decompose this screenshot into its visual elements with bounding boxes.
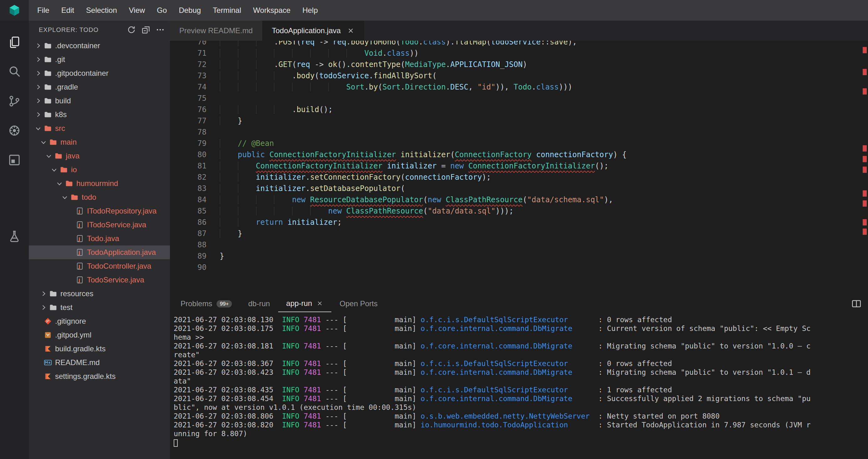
tree-item-TodoService.java[interactable]: JTodoService.java xyxy=(29,273,170,287)
svg-text:J: J xyxy=(78,264,80,269)
tree-item-todo[interactable]: todo xyxy=(29,190,170,204)
code-line[interactable]: 75 xyxy=(170,93,868,104)
close-tab-icon[interactable] xyxy=(316,300,323,307)
menu-item-edit[interactable]: Edit xyxy=(55,0,80,21)
code-line[interactable]: 84 new ResourceDatabasePopulator(new Cla… xyxy=(170,194,868,205)
tree-item-.git[interactable]: .git xyxy=(29,53,170,66)
test-icon[interactable] xyxy=(0,222,29,251)
menu-item-view[interactable]: View xyxy=(123,0,151,21)
menu-item-debug[interactable]: Debug xyxy=(173,0,207,21)
tree-item-resources[interactable]: resources xyxy=(29,287,170,300)
code-line[interactable]: 86 return initializer; xyxy=(170,217,868,228)
panel-tab-open-ports[interactable]: Open Ports xyxy=(331,295,385,312)
menu-item-file[interactable]: File xyxy=(31,0,55,21)
line-number: 87 xyxy=(170,228,207,239)
editor[interactable]: 70 .POST(req -> req.bodyToMono(Todo.clas… xyxy=(170,41,868,295)
code-line[interactable]: 80 public ConnectionFactoryInitializer i… xyxy=(170,149,868,160)
line-number: 73 xyxy=(170,70,207,81)
code-line[interactable]: 88 xyxy=(170,239,868,251)
code-line[interactable]: 71 Void.class)) xyxy=(170,48,868,59)
code-line[interactable]: 72 .GET(req -> ok().contentType(MediaTyp… xyxy=(170,59,868,70)
code-line[interactable]: 85 new ClassPathResource("data/data.sql"… xyxy=(170,205,868,217)
plugins-icon[interactable] xyxy=(0,145,29,175)
panel-tab-label: Open Ports xyxy=(340,299,377,308)
tab-todoapplication-java[interactable]: TodoApplication.java xyxy=(262,21,364,41)
tab-preview-readme-md[interactable]: Preview README.md xyxy=(170,21,262,41)
tree-item-.gradle[interactable]: .gradle xyxy=(29,80,170,94)
code-line[interactable]: 89} xyxy=(170,251,868,262)
terminal-output[interactable]: 2021-06-27 02:03:08.130 INFO 7481 --- [ … xyxy=(170,312,868,447)
tree-item-io[interactable]: io xyxy=(29,163,170,177)
error-mark xyxy=(863,145,867,151)
tree-item-test[interactable]: test xyxy=(29,300,170,314)
search-icon[interactable] xyxy=(0,57,29,86)
tree-item-java[interactable]: java xyxy=(29,149,170,163)
code-line[interactable]: 83 initializer.setDatabasePopulator( xyxy=(170,183,868,194)
tree-item-.devcontainer[interactable]: .devcontainer xyxy=(29,39,170,53)
tree-item-.gitignore[interactable]: .gitignore xyxy=(29,314,170,328)
code-line[interactable]: 76 .build(); xyxy=(170,104,868,115)
code-line[interactable]: 70 .POST(req -> req.bodyToMono(Todo.clas… xyxy=(170,41,868,48)
code-line[interactable]: 79 // @Bean xyxy=(170,138,868,149)
code-line[interactable]: 82 initializer.setConnectionFactory(conn… xyxy=(170,172,868,183)
code-line[interactable]: 74 Sort.by(Sort.Direction.DESC, "id")), … xyxy=(170,81,868,93)
panel-tabs: Problems99+db-runapp-runOpen Ports xyxy=(173,295,386,312)
tree-item-main[interactable]: main xyxy=(29,135,170,149)
tree-item-.gitpod.yml[interactable]: .gitpod.yml xyxy=(29,328,170,342)
debug-icon[interactable] xyxy=(0,116,29,145)
tree-item-humourmind[interactable]: humourmind xyxy=(29,177,170,190)
tree-item-label: .gitpod.yml xyxy=(55,331,91,339)
terminal-line: hema >> xyxy=(174,333,868,342)
error-mark xyxy=(863,47,867,53)
code-line[interactable]: 87 } xyxy=(170,228,868,239)
panel-tab-problems[interactable]: Problems99+ xyxy=(173,295,240,312)
tree-item-settings.gradle.kts[interactable]: settings.gradle.kts xyxy=(29,369,170,383)
close-tab-icon[interactable] xyxy=(347,27,354,34)
code-line[interactable]: 90 xyxy=(170,262,868,273)
line-number: 83 xyxy=(170,183,207,194)
tree-item-ITodoService.java[interactable]: JITodoService.java xyxy=(29,218,170,232)
tree-item-build.gradle.kts[interactable]: build.gradle.kts xyxy=(29,342,170,356)
error-mark xyxy=(863,219,867,225)
source-control-icon[interactable] xyxy=(0,86,29,116)
explorer-header: EXPLORER: TODO xyxy=(29,21,170,39)
java-file-icon: J xyxy=(76,276,86,284)
tree-item-k8s[interactable]: k8s xyxy=(29,108,170,121)
refresh-icon[interactable] xyxy=(127,25,136,34)
code-line[interactable]: 73 .body(todoService.findAllBySort( xyxy=(170,70,868,81)
line-number: 71 xyxy=(170,48,207,59)
tree-item-README.md[interactable]: README.md xyxy=(29,356,170,369)
folder-icon xyxy=(44,41,55,50)
tree-item-TodoController.java[interactable]: JTodoController.java xyxy=(29,259,170,273)
chevron-spacer xyxy=(66,262,76,270)
code-line[interactable]: 78 xyxy=(170,126,868,138)
menu-item-workspace[interactable]: Workspace xyxy=(247,0,297,21)
menu-item-selection[interactable]: Selection xyxy=(80,0,123,21)
tab-label: Preview README.md xyxy=(179,26,253,35)
menu-item-help[interactable]: Help xyxy=(296,0,323,21)
tree-item-label: build xyxy=(55,96,71,105)
tree-item-build[interactable]: build xyxy=(29,94,170,108)
code-line[interactable]: 81 ConnectionFactoryInitializer initiali… xyxy=(170,160,868,172)
tree-item-label: README.md xyxy=(55,358,100,367)
tree-item-Todo.java[interactable]: JTodo.java xyxy=(29,232,170,246)
tree-item-TodoApplication.java[interactable]: JTodoApplication.java xyxy=(29,246,170,259)
menu-item-terminal[interactable]: Terminal xyxy=(207,0,247,21)
java-file-icon: J xyxy=(76,248,86,256)
tree-item-label: .gradle xyxy=(55,83,78,91)
folder-icon xyxy=(60,166,70,174)
panel-tab-db-run[interactable]: db-run xyxy=(240,295,278,312)
tree-item-ITodoRepository.java[interactable]: JITodoRepository.java xyxy=(29,204,170,218)
split-panel-icon[interactable] xyxy=(851,298,862,309)
code-line[interactable]: 77 } xyxy=(170,115,868,126)
app-logo[interactable] xyxy=(0,0,29,21)
menu-item-go[interactable]: Go xyxy=(151,0,173,21)
explorer-icon[interactable] xyxy=(0,28,29,57)
panel-tab-app-run[interactable]: app-run xyxy=(278,295,332,312)
tree-item-src[interactable]: src xyxy=(29,121,170,135)
panel-tab-bar: Problems99+db-runapp-runOpen Ports xyxy=(170,295,868,312)
more-icon[interactable] xyxy=(156,25,165,34)
chevron-right-icon xyxy=(34,83,44,91)
collapse-all-icon[interactable] xyxy=(141,25,151,34)
tree-item-.gitpodcontainer[interactable]: .gitpodcontainer xyxy=(29,66,170,80)
